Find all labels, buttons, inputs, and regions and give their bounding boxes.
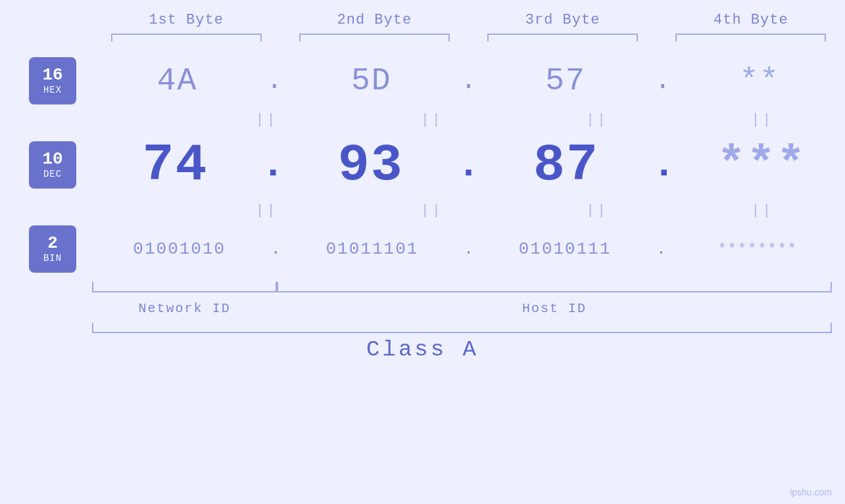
byte3-header: 3rd Byte <box>469 12 657 28</box>
network-id-label: Network ID <box>92 301 277 316</box>
bin-values: 01001010 . 01011101 . 01010111 . *******… <box>92 223 845 275</box>
bin-val-4-cell: ******** <box>670 241 845 258</box>
bin-badge: 2 BIN <box>29 225 76 273</box>
dot-hex-3: . <box>655 66 671 96</box>
class-bracket <box>92 323 832 333</box>
dot-bin-3: . <box>656 239 667 259</box>
byte4-header: 4th Byte <box>657 12 845 28</box>
byte1-header: 1st Byte <box>92 12 280 28</box>
id-labels: Network ID Host ID <box>92 296 832 320</box>
dec-values: 74 . 93 . 87 . *** <box>92 132 845 198</box>
bracket-cell-1 <box>92 31 280 44</box>
bracket-cell-4 <box>657 31 845 44</box>
bracket-cell-3 <box>469 31 657 44</box>
bin-badge-label: BIN <box>43 253 62 263</box>
bin-badge-cell: 2 BIN <box>0 223 92 275</box>
top-brackets <box>92 31 845 44</box>
watermark: ipshu.com <box>790 487 832 497</box>
hex-badge-num: 16 <box>42 66 62 83</box>
bin-val-3-cell: 01010111 <box>477 239 652 259</box>
dot-dec-2: . <box>456 145 480 185</box>
dec-badge-num: 10 <box>42 150 62 168</box>
host-id-label: Host ID <box>277 301 832 316</box>
dec-badge-cell: 10 DEC <box>0 132 92 198</box>
hex-val-2-cell: 5D <box>286 63 456 99</box>
eq2-1: || <box>184 202 349 219</box>
hex-val-2: 5D <box>351 63 392 99</box>
dot-hex-2: . <box>460 66 476 96</box>
bracket-cell-2 <box>280 31 468 44</box>
bin-val-2-cell: 01011101 <box>285 239 460 259</box>
hex-val-3-cell: 57 <box>481 63 651 99</box>
class-row: Class A <box>0 333 845 366</box>
dec-val-2: 93 <box>338 135 404 195</box>
eq2-2: || <box>349 202 514 219</box>
bin-val-3: 01010111 <box>519 239 612 259</box>
equals-row-2: || || || || <box>92 200 845 220</box>
byte2-header: 2nd Byte <box>280 12 468 28</box>
network-bracket <box>92 282 277 292</box>
dec-val-4: *** <box>717 138 807 192</box>
dec-val-3: 87 <box>533 135 599 195</box>
eq2-4: || <box>680 202 845 219</box>
bin-val-2: 01011101 <box>326 239 419 259</box>
hex-val-1: 4A <box>157 63 198 99</box>
dec-badge-label: DEC <box>43 169 62 179</box>
bin-val-1: 01001010 <box>133 239 226 259</box>
hex-val-3: 57 <box>545 63 586 99</box>
dec-val-3-cell: 87 <box>483 135 650 195</box>
eq2-3: || <box>515 202 680 219</box>
dot-dec-1: . <box>261 145 285 185</box>
hex-badge-cell: 16 HEX <box>0 55 92 107</box>
class-label: Class A <box>366 337 479 362</box>
bin-val-1-cell: 01001010 <box>92 239 267 259</box>
dot-dec-3: . <box>652 145 676 185</box>
bottom-brackets <box>92 279 832 292</box>
main-container: 1st Byte 2nd Byte 3rd Byte 4th Byte 16 H… <box>0 0 845 504</box>
dec-val-4-cell: *** <box>679 138 845 192</box>
eq1-2: || <box>349 112 514 128</box>
bin-badge-num: 2 <box>47 235 58 252</box>
eq1-4: || <box>680 112 845 128</box>
dec-badge: 10 DEC <box>29 141 76 189</box>
hex-val-4: ** <box>740 63 781 99</box>
eq1-1: || <box>184 112 349 128</box>
hex-values: 4A . 5D . 57 . ** <box>92 55 845 107</box>
bin-row-area: 2 BIN 01001010 . 01011101 . 01010111 . *… <box>0 223 845 275</box>
host-bracket <box>277 282 832 292</box>
equals-row-1: || || || || <box>92 110 845 129</box>
dot-bin-2: . <box>464 239 474 259</box>
eq1-3: || <box>515 112 680 128</box>
hex-badge: 16 HEX <box>29 57 76 104</box>
dot-bin-1: . <box>271 239 281 259</box>
hex-badge-label: HEX <box>43 85 62 95</box>
dec-val-1-cell: 74 <box>92 135 258 195</box>
bin-val-4: ******** <box>717 241 798 258</box>
hex-val-1-cell: 4A <box>92 63 262 99</box>
dot-hex-1: . <box>266 66 282 96</box>
hex-row-area: 16 HEX 4A . 5D . 57 . ** <box>0 55 845 107</box>
dec-val-1: 74 <box>143 135 208 195</box>
hex-val-4-cell: ** <box>675 63 845 99</box>
dec-row-area: 10 DEC 74 . 93 . 87 . *** <box>0 132 845 198</box>
dec-val-2-cell: 93 <box>287 135 454 195</box>
header-row: 1st Byte 2nd Byte 3rd Byte 4th Byte <box>92 0 845 28</box>
